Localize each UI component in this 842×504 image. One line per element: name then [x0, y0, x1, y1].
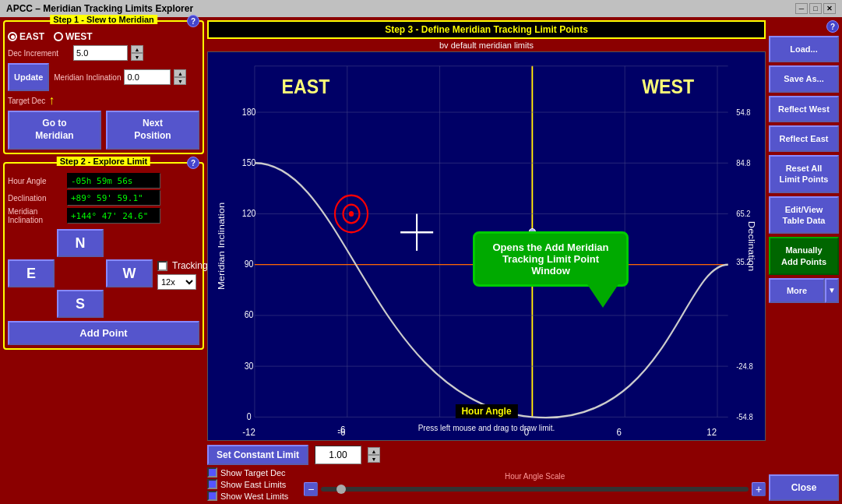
chart-area[interactable]: EAST WEST -12 -6 0 6 12 -6 0 30 60 90 12… — [207, 51, 766, 441]
svg-text:12: 12 — [706, 426, 717, 438]
manually-add-button[interactable]: ManuallyAdd Points — [769, 237, 839, 275]
west-radio[interactable]: WEST — [54, 31, 93, 42]
step1-label: Step 1 - Slew to Meridian — [50, 15, 157, 24]
show-west-limits-row[interactable]: Show West Limits — [207, 491, 288, 501]
show-target-dec-row[interactable]: Show Target Dec — [207, 467, 288, 478]
slider-track[interactable] — [321, 487, 749, 492]
dec-increment-spinner[interactable]: ▲ ▼ — [131, 45, 143, 61]
constant-spinner[interactable]: ▲ ▼ — [368, 447, 380, 463]
tooltip-text: Opens the Add Meridian Tracking Limit Po… — [492, 241, 608, 277]
dec-increment-row: Dec Increment ▲ ▼ — [8, 45, 199, 61]
slider-minus-button[interactable]: − — [304, 482, 318, 496]
show-east-limits-row[interactable]: Show East Limits — [207, 479, 288, 489]
declination-row: Declination +89° 59' 59.1" — [8, 190, 199, 206]
constant-up[interactable]: ▲ — [368, 447, 380, 455]
next-position-button[interactable]: NextPosition — [106, 111, 199, 150]
target-dec-row: Target Dec ↑ — [8, 93, 199, 107]
main-content: Step 1 - Slew to Meridian ? EAST WEST De… — [0, 17, 842, 504]
reset-all-button[interactable]: Reset AllLimit Points — [769, 155, 839, 193]
right-help-button[interactable]: ? — [826, 20, 839, 33]
svg-text:Declination: Declination — [746, 221, 756, 272]
tracking-checkbox[interactable] — [157, 261, 167, 271]
svg-text:6: 6 — [617, 426, 622, 438]
meridian-inclination-spinner[interactable]: ▲ ▼ — [174, 69, 186, 85]
svg-text:90: 90 — [245, 259, 254, 270]
tracking-label: Tracking — [172, 260, 208, 271]
constant-down[interactable]: ▼ — [368, 455, 380, 463]
update-button[interactable]: Update — [8, 63, 49, 91]
nav-center — [57, 259, 104, 287]
slider-plus-button[interactable]: + — [752, 482, 766, 496]
hour-angle-scale-label: Hour Angle Scale — [505, 472, 565, 481]
save-as-button[interactable]: Save As... — [769, 65, 839, 92]
more-dropdown-button[interactable]: ▼ — [825, 278, 839, 303]
west-label: WEST — [65, 31, 93, 42]
west-nav-button[interactable]: W — [106, 259, 153, 287]
show-east-limits-checkbox[interactable] — [207, 479, 217, 489]
goto-next-row: Go toMeridian NextPosition — [8, 111, 199, 150]
meridian-inclination-label: Meridian Inclination — [54, 73, 121, 82]
drag-note: Press left mouse and drag to draw limit. — [418, 424, 555, 432]
set-constant-button[interactable]: Set Constant Limit — [207, 445, 308, 465]
meridian-inclination-input[interactable] — [124, 69, 171, 85]
south-button[interactable]: S — [57, 290, 104, 318]
bottom-row1: Set Constant Limit ▲ ▼ — [207, 445, 766, 465]
step3-bar: Step 3 - Define Meridian Tracking Limit … — [207, 20, 766, 39]
tracking-multiplier-col: Tracking 12x 6x 2x — [157, 257, 208, 290]
dec-increment-label: Dec Increment — [8, 49, 70, 58]
tooltip-bubble: Opens the Add Meridian Tracking Limit Po… — [473, 231, 629, 287]
svg-text:84.8: 84.8 — [736, 158, 751, 167]
dec-increment-input[interactable] — [73, 45, 128, 61]
svg-text:0: 0 — [247, 411, 252, 421]
minimize-button[interactable]: ─ — [795, 3, 808, 14]
show-target-dec-checkbox[interactable] — [207, 467, 217, 478]
step1-help-button[interactable]: ? — [187, 15, 199, 27]
edit-view-button[interactable]: Edit/ViewTable Data — [769, 196, 839, 234]
east-nav-button[interactable]: E — [8, 259, 55, 287]
svg-text:150: 150 — [242, 157, 256, 167]
reflect-east-button[interactable]: Reflect East — [769, 125, 839, 152]
svg-text:-6: -6 — [337, 424, 345, 435]
east-radio-circle[interactable] — [8, 32, 17, 41]
target-dec-arrow: ↑ — [48, 93, 55, 107]
load-button[interactable]: Load... — [769, 36, 839, 62]
north-button[interactable]: N — [57, 229, 104, 257]
maximize-button[interactable]: □ — [809, 3, 822, 14]
reflect-west-button[interactable]: Reflect West — [769, 96, 839, 122]
target-dec-label: Target Dec — [8, 97, 45, 105]
show-west-limits-checkbox[interactable] — [207, 491, 217, 501]
west-radio-circle[interactable] — [54, 32, 63, 41]
default-label: bv default meridian limits — [207, 41, 766, 50]
center-panel: Step 3 - Define Meridian Tracking Limit … — [207, 20, 766, 501]
more-button[interactable]: More — [769, 278, 825, 303]
step2-help-button[interactable]: ? — [187, 157, 199, 169]
dec-increment-down[interactable]: ▼ — [131, 53, 143, 61]
svg-text:54.8: 54.8 — [736, 107, 751, 117]
step2-label: Step 2 - Explore Limit — [57, 157, 150, 166]
svg-text:-54.8: -54.8 — [736, 412, 753, 421]
declination-value: +89° 59' 59.1" — [67, 190, 160, 206]
declination-label: Declination — [8, 194, 64, 203]
svg-text:-12: -12 — [242, 426, 255, 438]
tooltip-arrow — [587, 284, 618, 308]
left-panel: Step 1 - Slew to Meridian ? EAST WEST De… — [3, 20, 204, 501]
bottom-row2: Show Target Dec Show East Limits Show We… — [207, 467, 766, 501]
close-button[interactable]: Close — [769, 474, 839, 501]
svg-text:EAST: EAST — [282, 76, 330, 98]
add-point-button[interactable]: Add Point — [8, 321, 199, 345]
meridian-inclination-up[interactable]: ▲ — [174, 69, 186, 77]
east-radio[interactable]: EAST — [8, 31, 44, 42]
step1-box: Step 1 - Slew to Meridian ? EAST WEST De… — [3, 20, 204, 154]
constant-input[interactable] — [315, 446, 361, 464]
multiplier-select[interactable]: 12x 6x 2x — [157, 274, 196, 290]
more-row: More ▼ — [769, 278, 839, 303]
right-panel: ? Load... Save As... Reflect West Reflec… — [769, 20, 839, 501]
goto-meridian-button[interactable]: Go toMeridian — [8, 111, 101, 150]
svg-text:60: 60 — [245, 310, 254, 320]
dec-increment-up[interactable]: ▲ — [131, 45, 143, 53]
meridian-inclination-down[interactable]: ▼ — [174, 77, 186, 85]
close-button[interactable]: ✕ — [823, 3, 836, 14]
bottom-controls: Set Constant Limit ▲ ▼ Show Target Dec S… — [207, 442, 766, 501]
slew-direction-row: EAST WEST — [8, 31, 199, 42]
slider-thumb[interactable] — [336, 485, 346, 494]
